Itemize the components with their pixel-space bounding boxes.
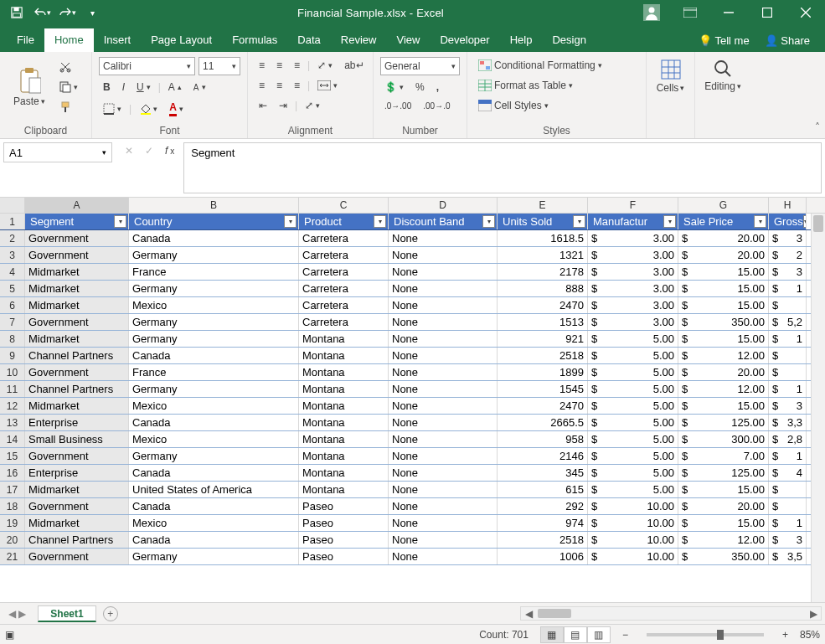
borders-button[interactable]: ▾ xyxy=(99,100,126,117)
filter-icon[interactable]: ▾ xyxy=(663,215,676,228)
cell[interactable]: France xyxy=(129,264,299,280)
cell[interactable]: Midmarket xyxy=(25,398,129,414)
tab-file[interactable]: File xyxy=(7,28,44,52)
tab-home[interactable]: Home xyxy=(44,28,94,52)
table-row[interactable]: 15GovernmentGermanyMontanaNone2146$5.00$… xyxy=(0,448,825,465)
table-row[interactable]: 13EnterpriseCanadaMontanaNone2665.5$5.00… xyxy=(0,415,825,431)
cell[interactable]: Montana xyxy=(299,364,389,380)
increase-font-button[interactable]: A▴ xyxy=(164,79,186,95)
row-header[interactable]: 5 xyxy=(0,281,25,296)
format-painter-button[interactable] xyxy=(55,99,82,116)
cell[interactable]: 921 xyxy=(498,331,588,347)
filter-icon[interactable]: ▾ xyxy=(374,215,386,228)
cell[interactable]: $15.00 xyxy=(678,264,769,280)
align-right-button[interactable]: ≡ xyxy=(290,77,304,94)
cell[interactable]: $3.00 xyxy=(588,264,678,280)
cell[interactable]: Mexico xyxy=(129,398,299,414)
orientation-dd[interactable]: ⤢▾ xyxy=(301,97,324,114)
tab-design[interactable]: Design xyxy=(542,28,596,52)
table-row[interactable]: 2GovernmentCanadaCarreteraNone1618.5$3.0… xyxy=(0,230,825,247)
formula-input[interactable]: Segment xyxy=(183,142,822,193)
cell[interactable]: Mexico xyxy=(129,297,299,313)
cell[interactable]: 345 xyxy=(498,465,588,481)
cell[interactable]: None xyxy=(389,264,498,280)
cell[interactable]: $1 xyxy=(769,448,807,464)
cell[interactable]: $15.00 xyxy=(678,515,769,531)
cell[interactable]: 2518 xyxy=(498,532,588,548)
cell[interactable]: Montana xyxy=(299,381,389,397)
table-header-cell[interactable]: Sale Price▾ xyxy=(678,214,769,229)
cell[interactable]: $3.00 xyxy=(588,281,678,296)
sheet-nav[interactable]: ◀ ▶ xyxy=(0,608,34,620)
cell[interactable]: $5.00 xyxy=(588,331,678,347)
table-row[interactable]: 10GovernmentFranceMontanaNone1899$5.00$2… xyxy=(0,364,825,381)
cell[interactable]: 2470 xyxy=(498,297,588,313)
row-header[interactable]: 4 xyxy=(0,264,25,280)
cell[interactable]: $1 xyxy=(769,515,807,531)
row-header[interactable]: 13 xyxy=(0,415,25,430)
cell[interactable]: Enterprise xyxy=(25,415,129,430)
row-header[interactable]: 17 xyxy=(0,482,25,497)
cell[interactable]: $5.00 xyxy=(588,448,678,464)
cell[interactable]: $5,2 xyxy=(769,314,807,330)
row-header[interactable]: 3 xyxy=(0,247,25,263)
cell[interactable]: Canada xyxy=(129,498,299,514)
scroll-right-icon[interactable]: ▶ xyxy=(806,608,821,620)
cell[interactable]: Government xyxy=(25,448,129,464)
tab-view[interactable]: View xyxy=(386,28,430,52)
row-header[interactable]: 8 xyxy=(0,331,25,347)
cell[interactable]: $350.00 xyxy=(678,314,769,330)
cell[interactable]: Government xyxy=(25,314,129,330)
cell[interactable]: $20.00 xyxy=(678,230,769,246)
ribbon-display-options[interactable] xyxy=(671,0,709,25)
vertical-scrollbar[interactable] xyxy=(811,214,825,602)
cell[interactable]: $5.00 xyxy=(588,415,678,430)
cell[interactable]: $3.00 xyxy=(588,297,678,313)
table-header-cell[interactable]: Segment▾ xyxy=(25,214,129,229)
cell[interactable]: Midmarket xyxy=(25,482,129,497)
row-header[interactable]: 6 xyxy=(0,297,25,313)
new-sheet-button[interactable]: + xyxy=(103,606,118,621)
table-header-cell[interactable]: Discount Band▾ xyxy=(389,214,498,229)
italic-button[interactable]: I xyxy=(118,79,129,95)
table-row[interactable]: 14Small BusinessMexicoMontanaNone958$5.0… xyxy=(0,431,825,448)
cell[interactable]: $3 xyxy=(769,532,807,548)
row-header[interactable]: 1 xyxy=(0,214,25,229)
table-row[interactable]: 18GovernmentCanadaPaseoNone292$10.00$20.… xyxy=(0,498,825,515)
cell[interactable]: Paseo xyxy=(299,515,389,531)
cell[interactable]: Small Business xyxy=(25,431,129,447)
table-row[interactable]: 6MidmarketMexicoCarreteraNone2470$3.00$1… xyxy=(0,297,825,314)
cell[interactable]: $15.00 xyxy=(678,297,769,313)
format-as-table-button[interactable]: Format as Table▾ xyxy=(474,77,639,94)
cell[interactable]: Germany xyxy=(129,247,299,263)
table-row[interactable]: 3GovernmentGermanyCarreteraNone1321$3.00… xyxy=(0,247,825,264)
table-header-cell[interactable]: Gross▾ xyxy=(769,214,807,229)
cut-button[interactable] xyxy=(55,59,82,75)
select-all-corner[interactable] xyxy=(0,198,25,213)
record-macro-icon[interactable]: ▣ xyxy=(5,629,14,641)
tab-page-layout[interactable]: Page Layout xyxy=(141,28,222,52)
user-avatar[interactable] xyxy=(632,0,671,25)
page-layout-view-button[interactable]: ▤ xyxy=(564,626,587,643)
paste-button[interactable]: Paste▾ xyxy=(7,64,52,111)
cell[interactable]: $ xyxy=(769,482,807,497)
cell[interactable]: Carretera xyxy=(299,230,389,246)
normal-view-button[interactable]: ▦ xyxy=(540,626,564,643)
cell[interactable]: $5.00 xyxy=(588,364,678,380)
cell[interactable]: Paseo xyxy=(299,498,389,514)
cell[interactable]: 1545 xyxy=(498,381,588,397)
scrollbar-thumb[interactable] xyxy=(538,609,571,618)
cell[interactable]: Midmarket xyxy=(25,281,129,296)
cell[interactable]: Channel Partners xyxy=(25,348,129,363)
row-header[interactable]: 16 xyxy=(0,465,25,481)
tab-formulas[interactable]: Formulas xyxy=(222,28,287,52)
cell[interactable]: None xyxy=(389,532,498,548)
column-header-C[interactable]: C xyxy=(299,198,389,213)
cell[interactable]: None xyxy=(389,515,498,531)
filter-icon[interactable]: ▾ xyxy=(573,215,585,228)
cell[interactable]: $20.00 xyxy=(678,247,769,263)
cell[interactable]: None xyxy=(389,498,498,514)
tab-developer[interactable]: Developer xyxy=(430,28,499,52)
cell[interactable]: $2 xyxy=(769,247,807,263)
table-row[interactable]: 16EnterpriseCanadaMontanaNone345$5.00$12… xyxy=(0,465,825,482)
